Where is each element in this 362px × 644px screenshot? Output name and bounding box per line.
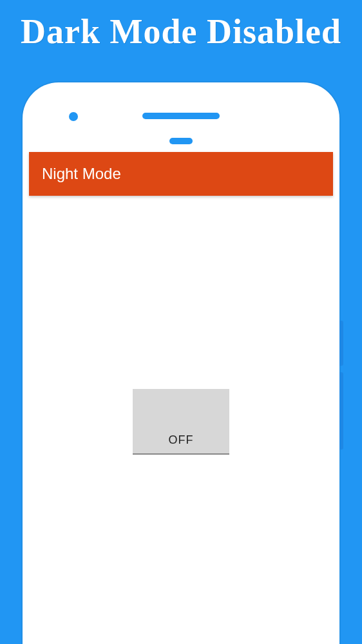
phone-camera-dot bbox=[69, 112, 78, 121]
toggle-label: OFF bbox=[169, 433, 194, 447]
phone-speaker-bottom bbox=[169, 138, 193, 144]
toolbar-title: Night Mode bbox=[42, 165, 121, 182]
night-mode-toggle-button[interactable]: OFF bbox=[133, 389, 229, 455]
page-title: Dark Mode Disabled bbox=[0, 0, 362, 52]
app-toolbar: Night Mode bbox=[29, 152, 333, 196]
phone-frame: Night Mode OFF bbox=[23, 82, 339, 644]
phone-side-button-power bbox=[339, 321, 343, 366]
phone-speaker-top bbox=[142, 113, 220, 119]
app-content: Night Mode OFF bbox=[29, 152, 333, 644]
phone-side-button-volume bbox=[339, 372, 343, 450]
toggle-container: OFF bbox=[29, 389, 333, 455]
